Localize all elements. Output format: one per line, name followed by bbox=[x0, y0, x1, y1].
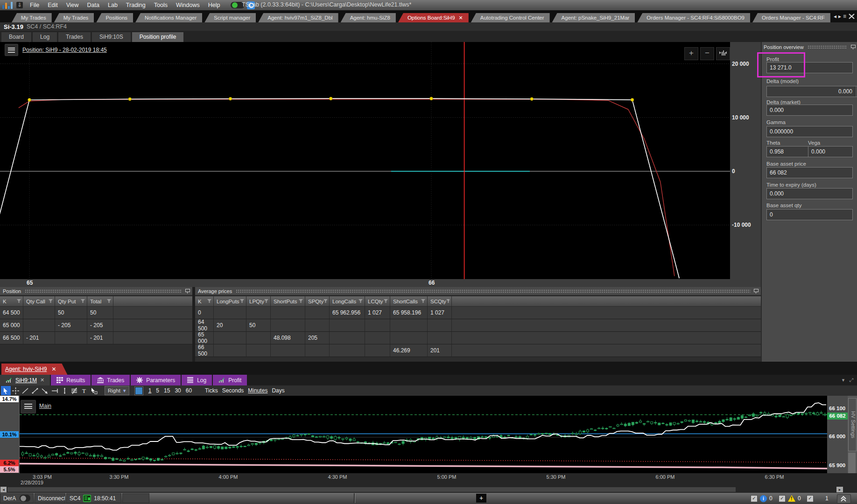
menu-item-lab[interactable]: Lab bbox=[104, 2, 122, 8]
filter-icon[interactable] bbox=[49, 299, 53, 303]
menu-item-trading[interactable]: Trading bbox=[122, 2, 150, 8]
menu-item-help[interactable]: Help bbox=[204, 2, 225, 8]
interval-5[interactable]: 5 bbox=[156, 387, 159, 394]
column-header-k[interactable]: K bbox=[195, 296, 214, 307]
workspace-tab[interactable]: Agent: pSnake_SiH9_21Mar bbox=[552, 13, 635, 22]
workspace-tab[interactable]: Agent: hviv97m1_SiZ8_Dbl bbox=[258, 13, 338, 22]
scroll-left-icon[interactable]: ◂ bbox=[0, 487, 7, 492]
drag-grip[interactable] bbox=[808, 45, 847, 49]
board-tab-trades[interactable]: Trades bbox=[58, 32, 91, 42]
scroll-right-icon[interactable]: ▸ bbox=[836, 487, 843, 492]
vega-field[interactable]: 0.000 bbox=[808, 146, 853, 157]
delta-model--field[interactable]: 0.000 bbox=[766, 86, 857, 97]
line-tool[interactable] bbox=[21, 386, 30, 395]
checkbox-icon[interactable]: ✓ bbox=[751, 495, 758, 502]
unit-days[interactable]: Days bbox=[272, 387, 284, 394]
board-tab-sih9-10s[interactable]: SiH9:10S bbox=[92, 32, 131, 42]
text-tool[interactable]: T bbox=[79, 386, 89, 395]
workspace-tab[interactable]: Notifications Manager bbox=[135, 13, 202, 22]
workspace-tab[interactable]: Positions bbox=[96, 13, 133, 22]
panel-caption[interactable]: Position overview bbox=[764, 44, 855, 50]
intraday-plot[interactable] bbox=[20, 396, 827, 473]
menu-item-tools[interactable]: Tools bbox=[150, 2, 172, 8]
pane-label[interactable]: Main bbox=[39, 403, 51, 409]
menu-item-file[interactable]: File bbox=[26, 2, 43, 8]
cursor-tool[interactable] bbox=[1, 386, 11, 395]
strategy-tab-log[interactable]: Log bbox=[182, 375, 212, 385]
menu-item-view[interactable]: View bbox=[62, 2, 83, 8]
status-toggle[interactable] bbox=[20, 495, 30, 502]
filter-icon[interactable] bbox=[264, 299, 268, 303]
agent-tab[interactable]: Agent: hviv-SiH9 ✕ bbox=[1, 364, 67, 375]
column-header-lcqty[interactable]: LCQty bbox=[365, 296, 390, 307]
workspace-tab[interactable]: Autotrading Control Center bbox=[471, 13, 550, 22]
column-header-total[interactable]: Total bbox=[87, 296, 113, 307]
zoom-in-button[interactable]: + bbox=[684, 47, 698, 60]
align-dropdown[interactable]: Right▾ bbox=[105, 386, 129, 395]
workspace-tab[interactable]: My Trades bbox=[54, 13, 94, 22]
strategy-tab-results[interactable]: Results bbox=[51, 375, 91, 385]
position-chart-title[interactable]: Position: SiH9 - 28-02-2019 18:45 bbox=[22, 47, 107, 53]
drag-grip[interactable] bbox=[236, 289, 750, 293]
menu-item-edit[interactable]: Edit bbox=[43, 2, 62, 8]
filter-icon[interactable] bbox=[358, 299, 363, 303]
workspace-tab[interactable]: Options Board:SiH9✕ bbox=[398, 13, 469, 22]
strategy-tab-profit[interactable]: Profit bbox=[213, 375, 247, 385]
workspace-tab[interactable]: Agent: hmu-SiZ8 bbox=[341, 13, 396, 22]
pin-icon[interactable] bbox=[754, 289, 758, 294]
collapse-button[interactable] bbox=[837, 494, 851, 504]
menu-item-data[interactable]: Data bbox=[83, 2, 104, 8]
interval-15[interactable]: 15 bbox=[164, 387, 170, 394]
delta-market--field[interactable]: 0.000 bbox=[766, 105, 853, 116]
strategy-tab-parameters[interactable]: Parameters bbox=[131, 375, 181, 385]
tab-list-icon[interactable]: ≡ bbox=[843, 13, 846, 20]
tab-scroll-left-icon[interactable]: ◂ bbox=[834, 13, 836, 20]
interval-60[interactable]: 60 bbox=[186, 387, 192, 394]
pin-icon[interactable] bbox=[185, 289, 190, 294]
column-header-qty call[interactable]: Qty Call bbox=[23, 296, 55, 307]
base-asset-price-field[interactable]: 66 082 bbox=[766, 167, 853, 178]
strategy-tab-trades[interactable]: Trades bbox=[91, 375, 130, 385]
gamma-field[interactable]: 0.000000 bbox=[766, 126, 853, 137]
tab-scroll-right-icon[interactable]: ▸ bbox=[838, 13, 841, 20]
filter-icon[interactable] bbox=[81, 299, 85, 303]
close-icon[interactable]: ✕ bbox=[51, 366, 56, 372]
workspace-tab[interactable]: Script manager bbox=[204, 13, 256, 22]
column-header-shortputs[interactable]: ShortPuts bbox=[271, 296, 305, 307]
board-tab-log[interactable]: Log bbox=[33, 32, 57, 42]
column-header-longcalls[interactable]: LongCalls bbox=[330, 296, 365, 307]
close-icon[interactable]: ✕ bbox=[40, 377, 44, 383]
filter-icon[interactable] bbox=[240, 299, 244, 303]
board-tab-position-profile[interactable]: Position profile bbox=[132, 32, 184, 42]
arrow-line-tool[interactable] bbox=[40, 386, 50, 395]
filter-icon[interactable] bbox=[446, 299, 450, 303]
theta-field[interactable]: 0.958 bbox=[766, 146, 809, 157]
column-header-k[interactable]: K bbox=[0, 296, 23, 307]
color-swatch[interactable] bbox=[135, 387, 143, 395]
intraday-chart[interactable] bbox=[0, 396, 857, 473]
add-feed-button[interactable]: + bbox=[476, 494, 486, 503]
drag-grip[interactable] bbox=[25, 289, 182, 293]
time-to-expiry-days--field[interactable]: 0.000 bbox=[766, 188, 853, 199]
segment-tool[interactable] bbox=[30, 386, 40, 395]
zoom-out-button[interactable]: − bbox=[700, 47, 714, 60]
table-caption[interactable]: Position bbox=[0, 287, 192, 295]
tools-icon[interactable] bbox=[848, 13, 855, 20]
filter-icon[interactable] bbox=[384, 299, 388, 303]
filter-icon[interactable] bbox=[207, 299, 211, 303]
workspace-tab[interactable]: My Trades bbox=[12, 13, 52, 22]
strategy-tab-sih9-1m[interactable]: SiH9:1M✕ bbox=[0, 375, 50, 385]
filter-icon[interactable] bbox=[421, 299, 425, 303]
position-profile-plot[interactable]: 20 00010 0000-10 000 bbox=[0, 42, 761, 279]
position-profile-chart[interactable]: 20 00010 0000-10 000 bbox=[0, 42, 761, 279]
column-header-spqty[interactable]: SPQty bbox=[305, 296, 330, 307]
checkbox-icon[interactable]: ✓ bbox=[807, 495, 814, 502]
menu-item-windows[interactable]: Windows bbox=[172, 2, 204, 8]
pane-menu-icon[interactable] bbox=[21, 400, 36, 413]
hv-settings-tab[interactable]: HV Settings bbox=[848, 398, 857, 451]
board-tab-board[interactable]: Board bbox=[1, 32, 31, 42]
filter-icon[interactable] bbox=[17, 299, 21, 303]
unit-seconds[interactable]: Seconds bbox=[222, 387, 244, 394]
download-icon[interactable]: ⇩ bbox=[16, 2, 23, 8]
crosshair-tool[interactable] bbox=[11, 386, 21, 395]
